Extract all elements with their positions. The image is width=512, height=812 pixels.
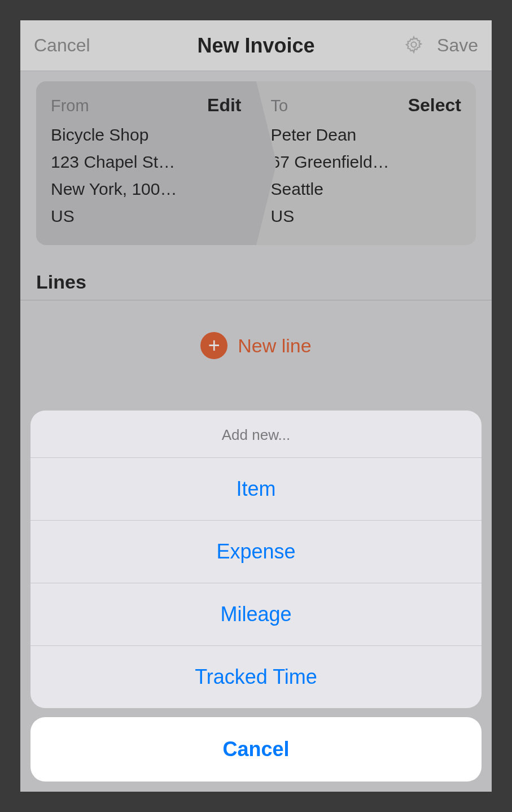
- option-mileage[interactable]: Mileage: [30, 583, 482, 646]
- plus-icon: +: [200, 332, 227, 359]
- from-city: New York, 100…: [51, 176, 242, 203]
- action-sheet-cancel-group: Cancel: [30, 717, 482, 782]
- header-right-group: Save: [404, 35, 478, 56]
- from-panel[interactable]: From Edit Bicycle Shop 123 Chapel St… Ne…: [36, 81, 256, 245]
- to-name: Peter Dean: [271, 121, 462, 149]
- option-tracked-time[interactable]: Tracked Time: [30, 646, 482, 708]
- page-title: New Invoice: [197, 34, 314, 58]
- option-item[interactable]: Item: [30, 458, 482, 521]
- address-card: From Edit Bicycle Shop 123 Chapel St… Ne…: [36, 81, 476, 245]
- new-line-label: New line: [238, 335, 311, 357]
- action-sheet-cancel-button[interactable]: Cancel: [30, 717, 482, 782]
- from-label: From: [51, 97, 89, 115]
- invoice-screen: Cancel New Invoice Save From Edit Bicycl…: [20, 20, 492, 792]
- from-edit-button[interactable]: Edit: [207, 95, 241, 116]
- panel-arrow-divider: [256, 81, 277, 245]
- cancel-button[interactable]: Cancel: [34, 35, 90, 56]
- action-sheet-title: Add new...: [30, 411, 482, 458]
- to-panel[interactable]: To Select Peter Dean 67 Greenfield… Seat…: [256, 81, 476, 245]
- option-expense[interactable]: Expense: [30, 521, 482, 583]
- from-country: US: [51, 203, 242, 230]
- gear-icon[interactable]: [404, 35, 423, 56]
- from-street: 123 Chapel St…: [51, 149, 242, 176]
- save-button[interactable]: Save: [437, 35, 478, 56]
- svg-point-0: [412, 42, 417, 47]
- navigation-bar: Cancel New Invoice Save: [20, 20, 492, 71]
- action-sheet: Add new... Item Expense Mileage Tracked …: [20, 411, 492, 792]
- to-select-button[interactable]: Select: [408, 95, 461, 116]
- action-sheet-options-group: Add new... Item Expense Mileage Tracked …: [30, 411, 482, 708]
- to-street: 67 Greenfield…: [271, 149, 462, 176]
- add-new-line-button[interactable]: + New line: [20, 300, 492, 359]
- to-city: Seattle: [271, 176, 462, 203]
- lines-section-title: Lines: [36, 271, 476, 293]
- to-country: US: [271, 203, 462, 230]
- from-name: Bicycle Shop: [51, 121, 242, 149]
